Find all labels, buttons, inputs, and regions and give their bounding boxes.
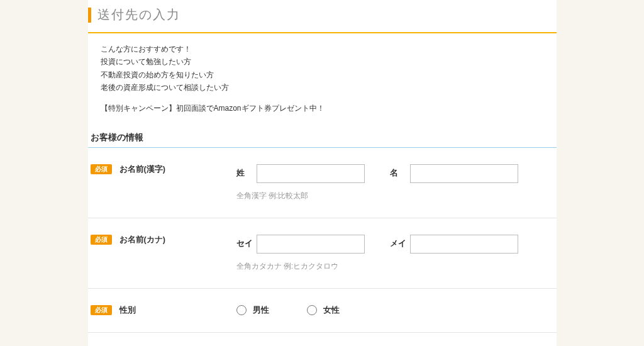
- intro-line: 投資について勉強したい方: [101, 55, 544, 68]
- label-name-kanji: お名前(漢字): [119, 164, 165, 175]
- intro-line: こんな方におすすめです！: [101, 43, 544, 55]
- input-sei-kana[interactable]: [257, 235, 365, 254]
- section-title-text: 送付先の入力: [97, 6, 180, 23]
- row-name-kanji: 必須 お名前(漢字) 姓 名 全角漢字 例:比較太郎: [88, 148, 557, 218]
- row-birth-year: 必須 出生年 1955 年: [88, 333, 557, 346]
- intro-promo: 【特別キャンペーン】初回面談でAmazonギフト券プレゼント中！: [101, 102, 544, 114]
- required-badge: 必須: [91, 235, 112, 245]
- radio-female[interactable]: 女性: [307, 305, 340, 316]
- intro-block: こんな方におすすめです！ 投資について勉強したい方 不動産投資の始め方を知りたい…: [88, 40, 557, 127]
- radio-female-label: 女性: [323, 305, 340, 316]
- customer-info-heading: お客様の情報: [88, 127, 557, 148]
- title-underline: [88, 32, 557, 33]
- intro-line: 不動産投資の始め方を知りたい方: [101, 69, 544, 81]
- radio-male-label: 男性: [253, 305, 269, 316]
- label-sei: 姓: [236, 168, 257, 179]
- label-name-kana: お名前(カナ): [119, 235, 165, 245]
- label-sei-kana: セイ: [236, 238, 257, 249]
- title-accent-bar: [88, 8, 91, 23]
- radio-female-input[interactable]: [307, 305, 317, 315]
- hint-name-kana: 全角カタカナ 例:ヒカクタロウ: [236, 261, 554, 272]
- row-name-kana: 必須 お名前(カナ) セイ メイ 全角カタカナ 例:ヒカクタロウ: [88, 218, 557, 288]
- required-badge: 必須: [91, 164, 112, 174]
- label-mei-kana: メイ: [390, 238, 410, 249]
- radio-male-input[interactable]: [236, 305, 247, 315]
- row-gender: 必須 性別 男性 女性: [88, 289, 557, 332]
- hint-name-kanji: 全角漢字 例:比較太郎: [236, 191, 554, 201]
- radio-male[interactable]: 男性: [236, 305, 269, 316]
- input-sei-kanji[interactable]: [257, 164, 365, 183]
- input-mei-kana[interactable]: [410, 235, 518, 254]
- required-badge: 必須: [91, 305, 112, 315]
- label-gender: 性別: [119, 305, 136, 316]
- intro-line: 老後の資産形成について相談したい方: [101, 81, 544, 94]
- input-mei-kanji[interactable]: [410, 164, 518, 183]
- section-title: 送付先の入力: [88, 0, 557, 30]
- label-mei: 名: [390, 168, 410, 179]
